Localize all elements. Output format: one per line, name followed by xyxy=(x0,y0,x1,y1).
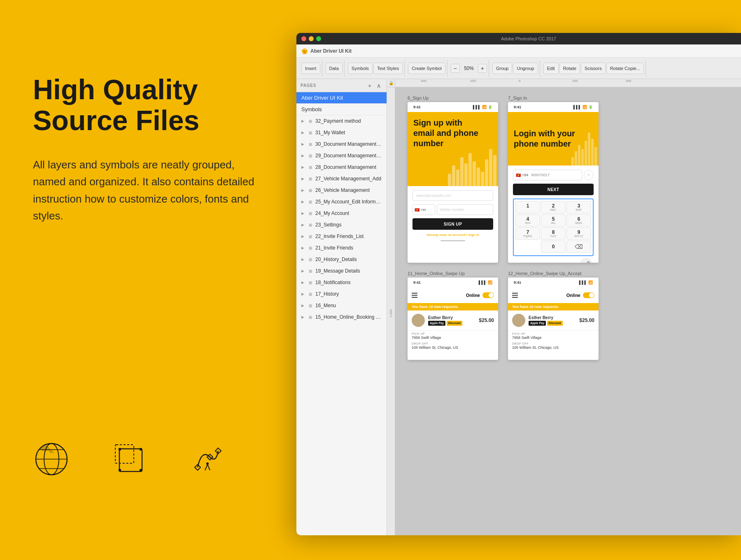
layer-19[interactable]: ▶ ⊞ 19_Message Details xyxy=(296,265,387,277)
rotate-copies-button[interactable]: Rotate Copie... xyxy=(606,63,644,74)
pickup-value-2: 7958 Swift Village xyxy=(512,336,594,340)
payment-badges: Apple Pay Discount xyxy=(428,321,475,326)
expand-icon: ▶ xyxy=(300,303,305,308)
layer-25[interactable]: ▶ ⊞ 25_My Account_Edit Information xyxy=(296,196,387,208)
mic-row: 🎤 xyxy=(513,256,594,263)
keypad: 1 2 ABC 3 xyxy=(513,198,594,256)
layer-22[interactable]: ▶ ⊞ 22_Invite Friends_List xyxy=(296,231,387,242)
mic-button[interactable]: 🎤 xyxy=(580,258,593,263)
scissors-button[interactable]: Scissors xyxy=(581,63,606,74)
layer-name: 27_Vehicle Management_Add xyxy=(315,176,383,182)
symbols-button[interactable]: Symbols xyxy=(348,63,373,74)
bar xyxy=(591,139,594,166)
minimize-button[interactable] xyxy=(309,36,314,41)
collapse-pages-button[interactable]: ∧ xyxy=(375,82,382,89)
maximize-button[interactable] xyxy=(316,36,321,41)
bar xyxy=(493,155,496,186)
key-3[interactable]: 3 DEF xyxy=(566,201,591,213)
layer-28[interactable]: ▶ ⊞ 28_Document Management xyxy=(296,161,387,173)
key-5[interactable]: 5 JKL xyxy=(541,214,566,226)
expand-icon: ▶ xyxy=(300,141,305,147)
next-button[interactable]: NEXT xyxy=(513,184,594,195)
layer-18[interactable]: ▶ ⊞ 18_Notifications xyxy=(296,277,387,288)
dropoff-value-2: 105 William St, Chicago, US xyxy=(512,345,594,350)
payment-badges-2: Apple Pay Discount xyxy=(529,321,576,326)
key-backspace[interactable]: ⌫ xyxy=(566,240,591,253)
pickup-label-2: PICK UP xyxy=(512,332,594,335)
layer-23[interactable]: ▶ ⊞ 23_Settings xyxy=(296,219,387,231)
svg-rect-17 xyxy=(140,448,142,450)
page-item-symbols[interactable]: Symbols xyxy=(296,104,387,115)
data-button[interactable]: Data xyxy=(326,63,343,74)
layer-30[interactable]: ▶ ⊞ 30_Document Management_Add a... xyxy=(296,138,387,150)
country-select[interactable]: 🇻🇳 +84 xyxy=(412,204,435,215)
layer-name: 19_Message Details xyxy=(315,268,383,274)
clear-button[interactable]: × xyxy=(584,170,594,180)
key-8[interactable]: 8 TUV xyxy=(541,227,566,240)
close-button[interactable] xyxy=(301,36,306,41)
layer-31[interactable]: ▶ ⊞ 31_My Wallet xyxy=(296,127,387,138)
layer-27[interactable]: ▶ ⊞ 27_Vehicle Management_Add xyxy=(296,173,387,184)
key-1[interactable]: 1 xyxy=(515,201,540,213)
artboards-bottom-row: 11_Home_Online_Swipe Up 9:41 ▌▌▌ 📶 xyxy=(395,267,741,364)
home-screen-2: 9:41 ▌▌▌ 📶 xyxy=(508,278,599,360)
layer-16[interactable]: ▶ ⊞ 16_Menu xyxy=(296,300,387,311)
text-styles-button[interactable]: Text Styles xyxy=(373,63,403,74)
layer-15[interactable]: ▶ ⊞ 15_Home_Online_Booking Details_G... xyxy=(296,311,387,323)
add-page-button[interactable]: + xyxy=(366,82,373,89)
phone-val-login: 905070017 xyxy=(531,173,550,177)
toolbar-edit-group: Edit Rotate Scissors Rotate Copie... xyxy=(542,60,646,77)
layer-21[interactable]: ▶ ⊞ 21_Invite Friends xyxy=(296,242,387,254)
edit-button[interactable]: Edit xyxy=(543,63,559,74)
online-toggle-2[interactable] xyxy=(583,292,594,298)
page-item-label: Aber Driver UI Kit xyxy=(301,95,343,101)
key-9[interactable]: 9 WXYZ xyxy=(566,227,591,240)
layer-26[interactable]: ▶ ⊞ 26_Vehicle Management xyxy=(296,184,387,196)
email-input[interactable]: name@example.com xyxy=(412,190,493,201)
rotate-button[interactable]: Rotate xyxy=(559,63,580,74)
layer-32[interactable]: ▶ ⊞ 32_Payment method xyxy=(296,115,387,127)
key-4[interactable]: 4 GHI xyxy=(515,214,540,226)
hamburger-menu[interactable] xyxy=(412,293,417,298)
toolbar-symbols-group: Symbols Text Styles xyxy=(346,60,405,77)
svg-rect-19 xyxy=(140,469,142,471)
description: All layers and symbols are neatly groupe… xyxy=(33,156,255,225)
key-6[interactable]: 6 MNO xyxy=(566,214,591,226)
layer-type-icon: ⊞ xyxy=(307,291,314,297)
phone-input-login[interactable]: 🇻🇳 +84 905070017 xyxy=(513,170,582,180)
layer-17[interactable]: ▶ ⊞ 17_History xyxy=(296,288,387,300)
rider-info-2: Esther Berry Apple Pay Discount xyxy=(529,315,576,326)
login-chart-bars xyxy=(570,133,599,166)
home2-artboard-container: 12_Home_Online_Swipe Up_Accept 9:41 ▌▌▌ … xyxy=(508,271,599,360)
hamburger-menu-2[interactable] xyxy=(512,293,518,298)
insert-button[interactable]: Insert xyxy=(301,63,320,74)
key-7[interactable]: 7 PQRS xyxy=(515,227,540,240)
signal-icon: ▌▌▌ xyxy=(579,280,587,285)
group-button[interactable]: Group xyxy=(492,63,513,74)
zoom-out-button[interactable]: − xyxy=(451,64,460,73)
page-item-aber-driver[interactable]: Aber Driver UI Kit xyxy=(296,92,387,104)
already-have-account: Already have an account? xyxy=(426,233,467,237)
dropoff-row-2: DROP OFF 105 William St, Chicago, US xyxy=(512,342,594,350)
key-alpha: DEF xyxy=(576,208,582,211)
create-symbol-button[interactable]: Create Symbol xyxy=(408,63,445,74)
expand-icon: ▶ xyxy=(300,222,305,228)
key-alpha: JKL xyxy=(551,222,556,224)
online-toggle[interactable] xyxy=(482,292,494,298)
bar xyxy=(452,166,455,186)
status-icons-home2: ▌▌▌ 📶 xyxy=(579,280,593,285)
key-2[interactable]: 2 ABC xyxy=(541,201,566,213)
layer-24[interactable]: ▶ ⊞ 24_My Account xyxy=(296,208,387,219)
layer-29[interactable]: ▶ ⊞ 29_Document Management_Add a... xyxy=(296,150,387,161)
layer-20[interactable]: ▶ ⊞ 20_History_Details xyxy=(296,254,387,265)
battery-icon: 🔋 xyxy=(588,105,593,109)
key-0[interactable]: 0 xyxy=(541,240,566,253)
zoom-in-button[interactable]: + xyxy=(478,64,487,73)
apple-pay-badge-2: Apple Pay xyxy=(529,321,546,326)
ungroup-button[interactable]: Ungroup xyxy=(513,63,538,74)
signin-link-text[interactable]: Sign In xyxy=(468,233,479,237)
ham-line xyxy=(512,293,518,294)
phone-input[interactable]: Mobile number xyxy=(437,204,493,215)
toolbar-insert-group: Insert xyxy=(300,60,322,77)
signup-button[interactable]: SIGN UP xyxy=(412,218,493,230)
